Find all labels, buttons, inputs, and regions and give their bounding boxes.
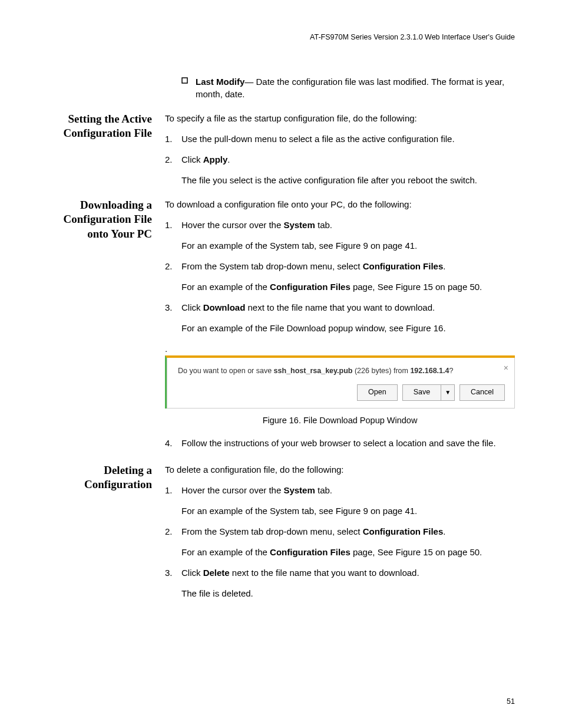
paragraph: To specify a file as the startup configu… bbox=[165, 112, 515, 124]
step-bold: Delete bbox=[203, 568, 230, 578]
paragraph: For an example of the Configuration File… bbox=[181, 281, 515, 293]
step-text: From the System tab drop-down menu, sele… bbox=[181, 526, 363, 536]
list-item: 1. Hover the cursor over the System tab. bbox=[165, 484, 515, 496]
step-text: . bbox=[443, 526, 445, 536]
paragraph: For an example of the System tab, see Fi… bbox=[181, 505, 515, 517]
list-item: 2. From the System tab drop-down menu, s… bbox=[165, 525, 515, 538]
step-text: Hover the cursor over the bbox=[181, 220, 283, 230]
ol-number: 1. bbox=[165, 484, 181, 496]
step-bold: Apply bbox=[203, 154, 228, 164]
save-button[interactable]: Save ▼ bbox=[402, 384, 455, 401]
step-text: tab. bbox=[315, 485, 332, 495]
list-item: 3. Click Download next to the file name … bbox=[165, 301, 515, 314]
side-heading-setting: Setting the Active Configuration File bbox=[47, 112, 152, 141]
popup-prompt: Do you want to open or save ssh_host_rsa… bbox=[178, 366, 505, 377]
save-button-label[interactable]: Save bbox=[402, 384, 441, 401]
figure-caption: Figure 16. File Download Popup Window bbox=[165, 414, 515, 426]
stray-period: . bbox=[165, 342, 515, 355]
ol-number: 2. bbox=[165, 260, 181, 272]
page-number: 51 bbox=[507, 697, 515, 707]
list-item: 1. Use the pull-down menu to select a fi… bbox=[165, 133, 515, 145]
paragraph: For an example of the File Download popu… bbox=[181, 322, 515, 334]
paragraph: For an example of the System tab, see Fi… bbox=[181, 239, 515, 252]
step-text: next to the file name that you want to d… bbox=[230, 568, 419, 578]
ol-number: 3. bbox=[165, 566, 181, 579]
paragraph: To download a configuration file onto yo… bbox=[165, 198, 515, 210]
list-item: 4. Follow the instructions of your web b… bbox=[165, 437, 515, 449]
step-text: Click bbox=[181, 568, 203, 578]
step-text: Follow the instructions of your web brow… bbox=[181, 437, 515, 449]
page-header: AT-FS970M Series Version 2.3.1.0 Web Int… bbox=[47, 32, 515, 43]
side-heading-downloading: Downloading a Configuration File onto Yo… bbox=[47, 198, 152, 242]
bullet-label: Last Modify bbox=[196, 77, 244, 87]
step-bold: Configuration Files bbox=[363, 261, 444, 271]
step-bold: System bbox=[283, 220, 315, 230]
step-text: Hover the cursor over the bbox=[181, 485, 283, 495]
list-item: 3. Click Delete next to the file name th… bbox=[165, 566, 515, 579]
chevron-down-icon[interactable]: ▼ bbox=[441, 384, 455, 401]
step-bold: Configuration Files bbox=[363, 526, 444, 536]
ol-number: 2. bbox=[165, 525, 181, 538]
paragraph: To delete a configuration file, do the f… bbox=[165, 463, 515, 476]
bullet-icon bbox=[181, 75, 196, 100]
list-item: Last Modify— Date the configuration file… bbox=[181, 75, 515, 100]
step-text: . bbox=[227, 154, 230, 164]
step-text: tab. bbox=[315, 220, 332, 230]
list-item: 1. Hover the cursor over the System tab. bbox=[165, 219, 515, 231]
step-text: next to the file name that you want to d… bbox=[245, 302, 435, 312]
step-text: Click bbox=[181, 302, 203, 312]
step-text: . bbox=[443, 261, 445, 271]
step-text: From the System tab drop-down menu, sele… bbox=[181, 261, 363, 271]
step-text: Use the pull-down menu to select a file … bbox=[181, 133, 515, 145]
figure-popup: × Do you want to open or save ssh_host_r… bbox=[165, 355, 515, 409]
ol-number: 2. bbox=[165, 153, 181, 166]
paragraph: For an example of the Configuration File… bbox=[181, 546, 515, 558]
open-button[interactable]: Open bbox=[357, 384, 398, 401]
ol-number: 1. bbox=[165, 133, 181, 145]
step-bold: Download bbox=[203, 302, 246, 312]
cancel-button[interactable]: Cancel bbox=[459, 384, 505, 401]
paragraph: The file is deleted. bbox=[181, 587, 515, 599]
ol-number: 3. bbox=[165, 301, 181, 314]
list-item: 2. Click Apply. bbox=[165, 153, 515, 166]
step-bold: System bbox=[283, 485, 315, 495]
side-heading-deleting: Deleting a Configuration bbox=[47, 463, 152, 492]
list-item: 2. From the System tab drop-down menu, s… bbox=[165, 260, 515, 272]
close-icon[interactable]: × bbox=[504, 363, 508, 374]
step-text: Click bbox=[181, 154, 203, 164]
ol-number: 1. bbox=[165, 219, 181, 231]
svg-rect-0 bbox=[182, 78, 187, 83]
ol-number: 4. bbox=[165, 437, 181, 449]
paragraph: The file you select is the active config… bbox=[181, 174, 515, 186]
